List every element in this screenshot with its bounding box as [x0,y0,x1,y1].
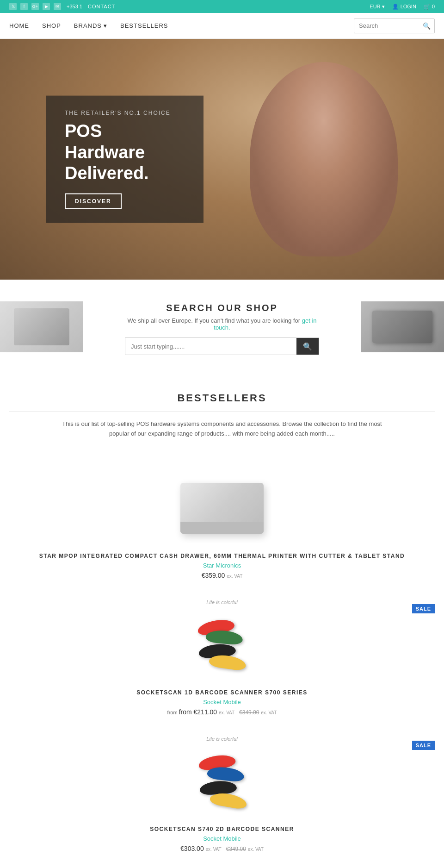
search-section-title: SEARCH OUR SHOP [125,303,319,313]
product-brand-3[interactable]: Socket Mobile [28,835,416,842]
twitter-icon[interactable]: 𝕏 [9,3,17,10]
nav-shop[interactable]: SHOP [42,22,61,29]
main-nav: HOME SHOP BRANDS ▾ BESTSELLERS 🔍 [0,13,444,39]
chevron-down-icon: ▾ [382,4,385,9]
search-right-product-image [361,301,444,352]
product-card-4: ⬡ STAR TSP143IVUE RECEIPT PRINTER Star M… [9,863,435,868]
bestsellers-description: This is our list of top-selling POS hard… [60,419,384,439]
nav-search: 🔍 [354,19,435,33]
phone-number: +353 1 [67,4,82,9]
search-left-product-image [0,301,83,352]
facebook-icon[interactable]: f [20,3,28,10]
bestsellers-title: BESTSELLERS [9,392,435,404]
product-card-3: SALE Life is colorful SOCKETSCAN S740 2D… [9,727,435,863]
product-brand-1[interactable]: Star Micronics [28,562,416,569]
top-bar-left: 𝕏 f G+ ▶ ✉ +353 1 CONTACT [9,3,115,10]
life-colorful-3: Life is colorful [28,736,416,742]
product-card-1: STAR MPOP INTEGRATED COMPACT CASH DRAWER… [9,462,435,590]
bestsellers-section: BESTSELLERS This is our list of top-sell… [0,374,444,462]
product-name-1: STAR MPOP INTEGRATED COMPACT CASH DRAWER… [28,553,416,559]
product-price-2: from from €211.00 ex. VAT €349.00 ex. VA… [28,708,416,716]
nav-home[interactable]: HOME [9,22,29,29]
hero-title: POS Hardware Delivered. [65,121,185,184]
currency-selector[interactable]: EUR ▾ [370,4,384,10]
nav-links: HOME SHOP BRANDS ▾ BESTSELLERS [9,22,168,29]
hero-section: THE RETAILER'S NO.1 CHOICE POS Hardware … [0,39,444,280]
product-image-wrap-3[interactable] [176,744,268,818]
scanner-black-2 [199,780,237,795]
shop-search-input[interactable] [125,338,296,355]
search-icon: 🔍 [303,343,312,350]
cart-icon: 🛒 [424,4,430,10]
login-button[interactable]: 👤 LOGIN [392,4,416,10]
nav-search-input[interactable] [354,20,419,31]
search-desc: We ship all over Europe. If you can't fi… [125,317,319,331]
product-image-wrap-2[interactable] [176,608,268,682]
sale-badge-2: SALE [412,604,435,613]
product-image-scanner-1 [185,610,259,680]
shop-search-bar: 🔍 [125,337,319,355]
top-bar-right: EUR ▾ 👤 LOGIN 🛒 0 [370,4,435,10]
search-center: SEARCH OUR SHOP We ship all over Europe.… [125,303,319,355]
user-icon: 👤 [392,4,399,10]
product-brand-2[interactable]: Socket Mobile [28,699,416,706]
chevron-down-icon: ▾ [104,22,107,29]
nav-search-button[interactable]: 🔍 [419,22,434,30]
product-image-scanner-2 [185,747,259,816]
product-card-2: SALE Life is colorful SOCKETSCAN 1D BARC… [9,590,435,727]
shop-search-section: SEARCH OUR SHOP We ship all over Europe.… [0,280,444,374]
product-image-wrap-1[interactable] [176,471,268,545]
shop-search-button[interactable]: 🔍 [296,338,319,355]
search-icon: 🔍 [423,22,431,30]
products-list: STAR MPOP INTEGRATED COMPACT CASH DRAWER… [0,462,444,868]
google-plus-icon[interactable]: G+ [31,3,39,10]
hero-discover-button[interactable]: DISCOVER [65,193,122,209]
bestsellers-divider [9,412,435,412]
product-name-2: SOCKETSCAN 1D BARCODE SCANNER S700 SERIE… [28,689,416,696]
hero-subtitle: THE RETAILER'S NO.1 CHOICE [65,110,185,116]
cart-button[interactable]: 🛒 0 [424,4,435,10]
top-bar: 𝕏 f G+ ▶ ✉ +353 1 CONTACT EUR ▾ 👤 LOGIN … [0,0,444,13]
product-image-cash-drawer [180,483,264,534]
life-colorful-2: Life is colorful [28,599,416,605]
nav-brands[interactable]: BRANDS ▾ [74,22,107,29]
hero-overlay: THE RETAILER'S NO.1 CHOICE POS Hardware … [46,96,204,223]
social-icons: 𝕏 f G+ ▶ ✉ [9,3,61,10]
product-price-1: €359.00 ex. VAT [28,572,416,579]
product-name-3: SOCKETSCAN S740 2D BARCODE SCANNER [28,826,416,832]
sale-badge-3: SALE [412,741,435,750]
email-icon[interactable]: ✉ [54,3,61,10]
nav-bestsellers[interactable]: BESTSELLERS [120,22,168,29]
product-price-3: €303.00 ex. VAT €349.00 ex. VAT [28,845,416,852]
youtube-icon[interactable]: ▶ [43,3,50,10]
contact-link[interactable]: CONTACT [88,4,115,9]
